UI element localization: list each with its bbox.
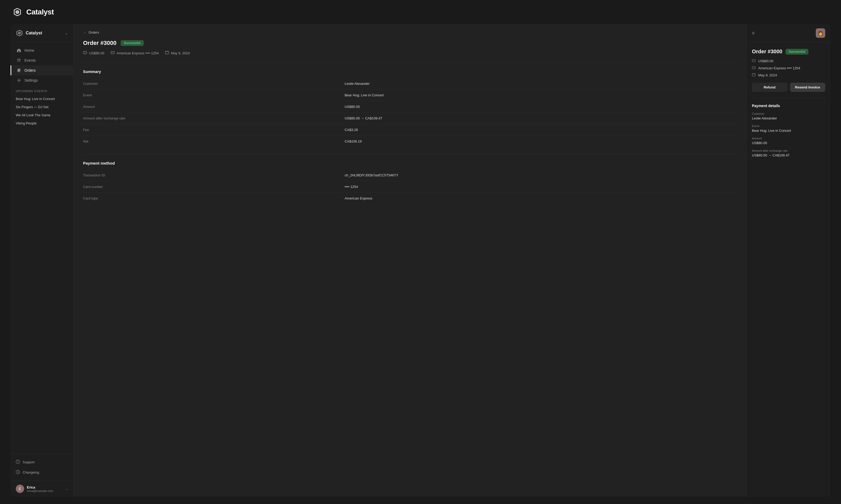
row-value: CA$106.19 bbox=[345, 136, 737, 147]
panel-meta: US$80.00 American Express •••• 1254 bbox=[752, 59, 825, 77]
resend-invoice-button[interactable]: Resend Invoice bbox=[790, 83, 825, 92]
order-status-badge: Successful bbox=[121, 40, 143, 46]
sidebar-item-support[interactable]: ? Support bbox=[11, 457, 73, 467]
row-value: US$80.00 → CA$109.47 bbox=[345, 113, 737, 124]
row-value: •••• 1254 bbox=[345, 181, 737, 193]
main-layout: Catalyst ⌄ Home bbox=[11, 24, 830, 497]
svg-text:?: ? bbox=[17, 461, 19, 463]
events-icon bbox=[17, 58, 21, 63]
svg-rect-7 bbox=[17, 59, 21, 60]
row-value: ch_2HLf8DfYJ0Db7asfCC5T546TY bbox=[345, 169, 737, 181]
sidebar-event-bear-hug[interactable]: Bear Hug: Live in Concert bbox=[11, 95, 73, 103]
changelog-label: Changelog bbox=[22, 470, 39, 474]
sidebar-item-orders[interactable]: Orders bbox=[11, 65, 73, 75]
panel-detail-item: Customer Leslie Alexander bbox=[752, 112, 825, 120]
row-label: Amount after exchange rate bbox=[83, 113, 345, 124]
panel-calendar-icon bbox=[752, 73, 756, 77]
svg-rect-11 bbox=[18, 71, 19, 71]
row-label: Fee bbox=[83, 124, 345, 136]
svg-rect-30 bbox=[754, 73, 755, 74]
support-label: Support bbox=[22, 460, 35, 464]
breadcrumb: ← Orders bbox=[83, 31, 737, 34]
panel-card: American Express •••• 1254 bbox=[758, 66, 800, 70]
app-title: Catalyst bbox=[26, 8, 54, 16]
order-card-meta: American Express •••• 1254 bbox=[110, 51, 159, 55]
order-header: Order #3000 Successful bbox=[83, 40, 737, 47]
user-name: Erica bbox=[27, 485, 63, 489]
sidebar-label-home: Home bbox=[24, 48, 34, 53]
sidebar-item-events[interactable]: Events bbox=[11, 55, 73, 65]
breadcrumb-back-icon[interactable]: ← bbox=[83, 31, 86, 34]
avatar: E bbox=[16, 485, 24, 493]
divider-2 bbox=[83, 154, 737, 155]
row-value: American Express bbox=[345, 193, 737, 204]
panel-detail-item: Amount after exchange rate US$80.00 → CA… bbox=[752, 149, 825, 157]
panel-avatar: 👩 bbox=[816, 28, 825, 38]
order-title: Order #3000 bbox=[83, 40, 116, 47]
changelog-icon bbox=[16, 470, 20, 475]
svg-rect-29 bbox=[753, 73, 754, 74]
refund-button[interactable]: Refund bbox=[752, 83, 787, 92]
sidebar-event-six-fingers[interactable]: Six Fingers — DJ Set bbox=[11, 103, 73, 111]
panel-divider bbox=[752, 98, 825, 98]
main-content: ← Orders Order #3000 Successful US$ bbox=[73, 24, 746, 497]
panel-detail-item: Amount US$80.00 bbox=[752, 137, 825, 145]
sidebar-item-changelog[interactable]: Changelog bbox=[11, 467, 73, 478]
panel-amount: US$80.00 bbox=[758, 59, 773, 63]
right-panel: ≡ 👩 Order #3000 Successful bbox=[746, 24, 830, 497]
top-header: Catalyst bbox=[0, 0, 841, 24]
svg-rect-28 bbox=[752, 73, 755, 76]
sidebar-event-we-all-look[interactable]: We All Look The Same bbox=[11, 111, 73, 119]
svg-rect-17 bbox=[84, 53, 86, 53]
orders-icon bbox=[17, 68, 21, 73]
table-row: AmountUS$80.00 bbox=[83, 101, 737, 113]
sidebar-chevron-icon[interactable]: ⌄ bbox=[65, 31, 68, 35]
row-value: US$80.00 bbox=[345, 101, 737, 113]
panel-date: May 9, 2024 bbox=[758, 73, 777, 77]
panel-detail-value: Bear Hug: Live in Concert bbox=[752, 129, 825, 132]
payment-method-title: Payment method bbox=[83, 161, 737, 165]
sidebar-user[interactable]: E Erica erica@example.com ⌄ bbox=[11, 481, 73, 497]
panel-detail-item: Event Bear Hug: Live in Concert bbox=[752, 124, 825, 132]
svg-rect-27 bbox=[752, 68, 755, 68]
payment-table: Transaction IDch_2HLf8DfYJ0Db7asfCC5T546… bbox=[83, 169, 737, 204]
svg-rect-31 bbox=[752, 74, 755, 75]
sidebar-item-home[interactable]: Home bbox=[11, 46, 73, 55]
svg-rect-4 bbox=[17, 59, 21, 62]
panel-amount-meta: US$80.00 bbox=[752, 59, 825, 63]
panel-detail-label: Amount bbox=[752, 137, 825, 140]
svg-rect-25 bbox=[753, 60, 755, 61]
payment-method-section: Payment method Transaction IDch_2HLf8DfY… bbox=[83, 161, 737, 204]
order-amount: US$80.00 bbox=[89, 51, 104, 55]
breadcrumb-orders-link[interactable]: Orders bbox=[89, 31, 99, 34]
sidebar-item-settings[interactable]: Settings bbox=[11, 75, 73, 85]
sidebar-header: Catalyst ⌄ bbox=[11, 24, 73, 42]
row-label: Transaction ID bbox=[83, 169, 345, 181]
panel-date-meta: May 9, 2024 bbox=[752, 73, 825, 77]
divider-1 bbox=[83, 63, 737, 63]
order-date: May 9, 2024 bbox=[171, 51, 190, 55]
table-row: FeeCA$3.28 bbox=[83, 124, 737, 136]
svg-rect-19 bbox=[111, 52, 114, 53]
order-card: American Express •••• 1254 bbox=[117, 51, 159, 55]
summary-title: Summary bbox=[83, 69, 737, 74]
row-label: Net bbox=[83, 136, 345, 147]
table-row: Amount after exchange rateUS$80.00 → CA$… bbox=[83, 113, 737, 124]
panel-detail-label: Customer bbox=[752, 112, 825, 115]
svg-marker-1 bbox=[16, 10, 19, 14]
panel-order-title: Order #3000 bbox=[752, 49, 783, 55]
sidebar-event-viking-people[interactable]: Viking People bbox=[11, 119, 73, 127]
panel-amount-icon bbox=[752, 59, 756, 63]
order-amount-meta: US$80.00 bbox=[83, 51, 104, 55]
sidebar-brand: Catalyst bbox=[16, 30, 42, 37]
svg-rect-21 bbox=[166, 51, 167, 52]
panel-menu-icon[interactable]: ≡ bbox=[752, 31, 755, 36]
panel-card-meta: American Express •••• 1254 bbox=[752, 66, 825, 70]
svg-rect-22 bbox=[167, 51, 168, 52]
order-meta: US$80.00 American Express •••• 1254 bbox=[83, 51, 737, 55]
sidebar-label-events: Events bbox=[24, 58, 36, 62]
table-row: Card number•••• 1254 bbox=[83, 181, 737, 193]
row-label: Customer bbox=[83, 78, 345, 90]
summary-table: CustomerLeslie AlexanderEventBear Hug: L… bbox=[83, 78, 737, 147]
sidebar-label-orders: Orders bbox=[24, 68, 36, 72]
